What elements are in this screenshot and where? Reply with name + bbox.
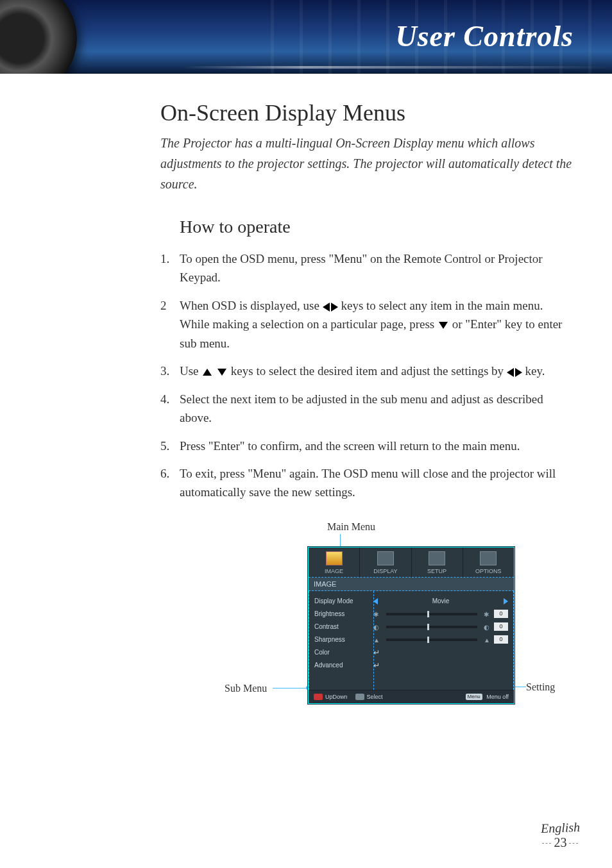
image-tab-icon xyxy=(326,551,343,565)
step-3: 3. Use keys to select the desired item a… xyxy=(160,362,574,380)
slider xyxy=(386,638,477,641)
osd-diagram: Main Menu Sub Menu Setting IMAGE DISPLAY… xyxy=(192,521,574,765)
osd-row-display-mode: Display Mode Movie xyxy=(314,595,508,608)
row-label: Display Mode xyxy=(314,597,373,605)
arrow-right-icon xyxy=(515,368,522,377)
value-box: 0 xyxy=(494,610,508,618)
step-1: 1. To open the OSD menu, press "Menu" on… xyxy=(160,249,574,287)
osd-row-contrast: Contrast ◐ ◐ 0 xyxy=(314,621,508,633)
display-tab-icon xyxy=(377,551,394,565)
section-heading: On-Screen Display Menus xyxy=(160,99,574,126)
row-label: Contrast xyxy=(314,623,373,630)
display-mode-value: Movie xyxy=(382,597,500,605)
footer-select: Select xyxy=(355,694,383,701)
osd-tab-display: DISPLAY xyxy=(360,547,411,577)
tab-label: OPTIONS xyxy=(475,568,502,574)
arrow-left-icon xyxy=(323,303,330,312)
step-text-a: Use xyxy=(180,364,201,378)
slider xyxy=(386,613,477,615)
osd-row-advanced: Advanced ↵ xyxy=(314,659,508,672)
page-number: 23 xyxy=(547,835,573,850)
step-4: 4. Select the next item to be adjusted i… xyxy=(160,390,574,428)
enter-icon: ↵ xyxy=(373,648,380,657)
tab-label: SETUP xyxy=(427,568,446,574)
step-5: 5. Press "Enter" to confirm, and the scr… xyxy=(160,437,574,455)
step-number: 2 xyxy=(160,296,167,315)
language-label: English xyxy=(540,820,580,836)
step-text-a: When OSD is displayed, use xyxy=(180,299,323,312)
step-number: 1. xyxy=(160,249,169,268)
step-text-c: key. xyxy=(525,364,545,378)
step-text-b: keys to select the desired item and adju… xyxy=(231,364,507,378)
step-6: 6. To exit, press "Menu" again. The OSD … xyxy=(160,464,574,502)
row-label: Advanced xyxy=(314,662,373,669)
page-content: On-Screen Display Menus The Projector ha… xyxy=(0,74,612,765)
footer-label: UpDown xyxy=(325,694,348,700)
callout-line xyxy=(513,687,526,687)
osd-row-sharpness: Sharpness ▲ ▲ 0 xyxy=(314,633,508,646)
row-value: ▲ ▲ 0 xyxy=(373,635,508,644)
header-underline xyxy=(0,66,612,69)
step-text: To open the OSD menu, press "Menu" on th… xyxy=(180,252,543,284)
footer-label: Select xyxy=(367,694,383,700)
options-tab-icon xyxy=(480,551,497,565)
step-text: Press "Enter" to confirm, and the screen… xyxy=(180,439,520,453)
step-number: 5. xyxy=(160,437,169,455)
brightness-high-icon: ✱ xyxy=(484,611,490,617)
updown-key-icon xyxy=(314,694,323,700)
spacer xyxy=(314,672,508,682)
row-label: Color xyxy=(314,649,373,656)
arrow-left-icon xyxy=(373,598,378,605)
step-number: 4. xyxy=(160,390,169,408)
header-title: User Controls xyxy=(395,19,574,53)
row-value: ↵ xyxy=(373,648,508,657)
footer-menuoff: Menu Menu off xyxy=(466,694,509,701)
tab-label: IMAGE xyxy=(325,568,343,574)
brightness-low-icon: ✱ xyxy=(373,611,380,617)
tab-label: DISPLAY xyxy=(373,568,397,574)
value-box: 0 xyxy=(494,622,508,631)
step-text: To exit, press "Menu" again. The OSD men… xyxy=(180,467,556,499)
step-number: 6. xyxy=(160,464,169,483)
contrast-high-icon: ◐ xyxy=(484,624,490,630)
step-text: Select the next item to be adjusted in t… xyxy=(180,392,543,424)
contrast-low-icon: ◐ xyxy=(373,624,380,630)
value-box: 0 xyxy=(494,635,508,644)
row-value: ◐ ◐ 0 xyxy=(373,622,508,631)
osd-body: Display Mode Movie Brightness ✱ ✱ 0 xyxy=(309,591,514,690)
row-value: Movie xyxy=(373,597,508,605)
sharpness-low-icon: ▲ xyxy=(373,637,380,643)
page-header: User Controls xyxy=(0,0,612,74)
row-label: Sharpness xyxy=(314,636,373,643)
setup-tab-icon xyxy=(429,551,445,565)
row-value: ✱ ✱ 0 xyxy=(373,610,508,618)
arrow-right-icon xyxy=(504,598,508,605)
osd-tabs: IMAGE DISPLAY SETUP OPTIONS xyxy=(309,547,514,578)
arrow-down-icon xyxy=(439,322,448,329)
footer-label: Menu off xyxy=(486,694,509,700)
osd-row-brightness: Brightness ✱ ✱ 0 xyxy=(314,608,508,621)
subsection-heading: How to operate xyxy=(180,217,574,237)
osd-section-title: IMAGE xyxy=(309,578,514,591)
arrow-up-icon xyxy=(203,369,212,376)
callout-setting: Setting xyxy=(526,681,555,693)
callout-sub-menu: Sub Menu xyxy=(225,683,267,694)
lens-graphic xyxy=(0,0,77,74)
osd-column-divider xyxy=(373,591,374,690)
select-key-icon xyxy=(355,694,364,700)
osd-tab-options: OPTIONS xyxy=(463,547,514,577)
callout-main-menu: Main Menu xyxy=(327,521,375,533)
osd-footer: UpDown Select Menu Menu off xyxy=(309,690,514,704)
enter-icon: ↵ xyxy=(373,661,380,670)
osd-row-color: Color ↵ xyxy=(314,646,508,659)
steps-list: 1. To open the OSD menu, press "Menu" on… xyxy=(160,249,574,502)
osd-window: IMAGE DISPLAY SETUP OPTIONS IMAGE xyxy=(308,547,514,705)
arrow-down-icon xyxy=(217,369,226,376)
slider xyxy=(386,626,477,628)
arrow-right-icon xyxy=(331,303,338,312)
page-footer: English 23 xyxy=(541,821,580,850)
menu-key-icon: Menu xyxy=(466,694,482,700)
section-intro: The Projector has a multi-lingual On-Scr… xyxy=(160,133,574,194)
sharpness-high-icon: ▲ xyxy=(484,637,490,643)
arrow-left-icon xyxy=(507,368,514,377)
